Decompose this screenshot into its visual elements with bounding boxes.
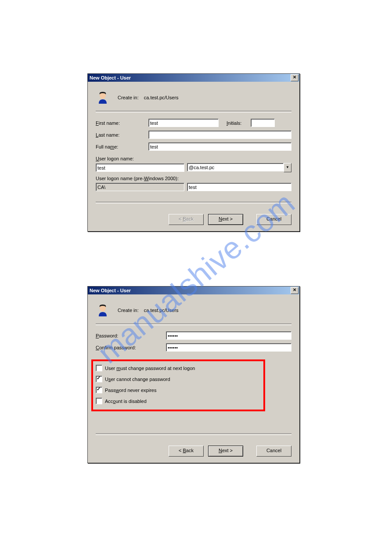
account-disabled-label: Account is disabled <box>105 399 147 404</box>
change-password-next-logon-label: User must change password at next logon <box>105 366 195 371</box>
cannot-change-password-checkbox[interactable] <box>96 376 102 382</box>
dropdown-arrow-icon[interactable]: ▼ <box>284 163 291 172</box>
logon-name-input[interactable]: test <box>96 163 184 172</box>
cancel-button[interactable]: Cancel <box>256 446 291 457</box>
last-name-input[interactable] <box>148 131 291 139</box>
header-row: Create in: ca.test.pc/Users <box>96 301 291 322</box>
back-button[interactable]: < Back <box>169 446 204 457</box>
first-name-label: First name: <box>96 120 148 126</box>
titlebar: New Object - User ✕ <box>88 287 299 294</box>
create-in-path: ca.test.pc/Users <box>144 95 179 100</box>
next-button[interactable]: Next > <box>208 214 243 225</box>
pre2000-logon-input[interactable]: test <box>187 183 291 191</box>
initials-label: Initials: <box>227 120 251 126</box>
create-in-path: ca.test.pc/Users <box>144 308 179 313</box>
user-head-icon <box>96 91 110 105</box>
pre2000-label: User logon name (pre-Windows 2000): <box>96 176 291 181</box>
password-never-expires-checkbox[interactable] <box>96 387 102 393</box>
close-button[interactable]: ✕ <box>291 287 298 294</box>
pre2000-domain-display: CA\ <box>96 183 184 191</box>
password-label: Password: <box>96 333 166 338</box>
create-in-label: Create in: <box>118 95 139 100</box>
user-head-icon <box>96 303 110 317</box>
create-in-label: Create in: <box>118 308 139 313</box>
cannot-change-password-label: User cannot change password <box>105 377 170 382</box>
confirm-password-label: Confirm password: <box>96 345 166 350</box>
first-name-input[interactable]: test <box>148 119 219 127</box>
logon-name-label: User logon name: <box>96 156 291 161</box>
cancel-button[interactable]: Cancel <box>256 214 291 225</box>
highlighted-options-box: User must change password at next logon … <box>91 359 265 411</box>
full-name-label: Full name: <box>96 144 148 149</box>
next-button[interactable]: Next > <box>208 446 243 457</box>
confirm-password-input[interactable]: •••••• <box>166 343 291 352</box>
back-button: < Back <box>169 214 204 225</box>
logon-domain-select[interactable]: @ca.test.pc ▼ <box>187 163 291 172</box>
close-button[interactable]: ✕ <box>291 74 298 81</box>
change-password-next-logon-checkbox[interactable] <box>96 365 102 371</box>
header-row: Create in: ca.test.pc/Users <box>96 88 291 109</box>
initials-input[interactable] <box>251 119 275 127</box>
full-name-input[interactable]: test <box>148 142 291 151</box>
password-input[interactable]: •••••• <box>166 331 291 340</box>
window-title: New Object - User <box>89 75 291 80</box>
last-name-label: Last name: <box>96 132 148 138</box>
password-never-expires-label: Password never expires <box>105 388 156 393</box>
window-title: New Object - User <box>89 288 291 293</box>
dialog-new-user-step2: New Object - User ✕ Create in: ca.test.p… <box>87 286 300 463</box>
account-disabled-checkbox[interactable] <box>96 398 102 404</box>
dialog-new-user-step1: New Object - User ✕ Create in: ca.test.p… <box>87 73 300 232</box>
titlebar: New Object - User ✕ <box>88 74 299 82</box>
